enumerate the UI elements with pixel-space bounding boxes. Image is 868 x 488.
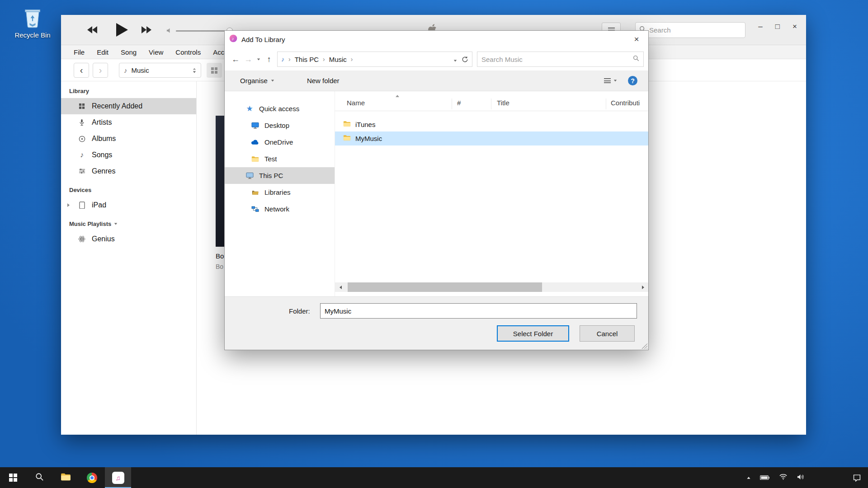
song-note-icon: ♪ xyxy=(76,151,87,159)
column-number[interactable]: # xyxy=(457,99,461,107)
sidebar-item-artists[interactable]: Artists xyxy=(61,114,196,131)
menu-file[interactable]: File xyxy=(74,48,85,56)
tree-item-network[interactable]: Network xyxy=(225,201,335,217)
tree-item-libraries[interactable]: Libraries xyxy=(225,184,335,201)
recycle-bin-icon[interactable] xyxy=(22,22,43,29)
details-view-icon xyxy=(604,77,611,84)
itunes-icon: ♫ xyxy=(112,472,124,484)
play-button[interactable] xyxy=(116,23,128,37)
tree-item-this-pc[interactable]: This PC xyxy=(225,167,335,184)
cancel-button[interactable]: Cancel xyxy=(580,325,635,342)
resize-grip[interactable] xyxy=(642,343,647,349)
nav-up-button[interactable]: ↑ xyxy=(263,55,275,64)
dialog-file-list: Name # Title Contributi iTunes MyMusic xyxy=(335,91,648,296)
change-view-button[interactable] xyxy=(604,77,617,84)
search-icon xyxy=(633,55,639,63)
sidebar-item-genius[interactable]: Genius xyxy=(61,231,196,247)
menu-controls[interactable]: Controls xyxy=(175,48,201,56)
sidebar-header-music-playlists[interactable]: Music Playlists xyxy=(69,221,196,227)
help-button[interactable]: ? xyxy=(628,76,637,85)
sidebar-item-ipad[interactable]: iPad xyxy=(61,197,196,213)
nav-back-button[interactable]: ← xyxy=(229,55,242,64)
hidden-icons-button[interactable] xyxy=(747,477,750,479)
dialog-titlebar: ♪ Add To Library × xyxy=(225,31,648,48)
chrome-button[interactable] xyxy=(79,467,105,488)
address-bar[interactable]: ♪ › This PC › Music › xyxy=(277,52,472,67)
close-button[interactable]: × xyxy=(786,15,803,38)
tree-item-desktop[interactable]: Desktop xyxy=(225,117,335,134)
tree-item-onedrive[interactable]: OneDrive xyxy=(225,134,335,150)
recycle-bin-label: Recycle Bin xyxy=(11,31,54,39)
address-dropdown-icon[interactable] xyxy=(453,56,457,63)
menu-edit[interactable]: Edit xyxy=(97,48,108,56)
itunes-back-button[interactable]: ‹ xyxy=(74,63,89,78)
tree-item-label: Desktop xyxy=(264,122,289,129)
fast-forward-button[interactable] xyxy=(142,26,151,33)
new-folder-button[interactable]: New folder xyxy=(307,77,340,84)
action-center-icon[interactable] xyxy=(853,474,861,482)
desktop-monitor-icon xyxy=(250,122,260,129)
itunes-search-box[interactable] xyxy=(635,22,745,38)
start-button[interactable] xyxy=(0,467,26,488)
battery-icon[interactable] xyxy=(760,474,769,482)
file-row-itunes[interactable]: iTunes xyxy=(335,117,648,131)
tree-item-quick-access[interactable]: ★ Quick access xyxy=(225,100,335,117)
tree-item-label: Network xyxy=(264,205,289,213)
taskbar-search-button[interactable] xyxy=(26,467,52,488)
organise-button[interactable]: Organise xyxy=(240,77,274,84)
folder-label: Folder: xyxy=(289,307,310,315)
folder-input[interactable] xyxy=(320,303,637,319)
chevron-down-icon xyxy=(271,80,274,82)
sidebar-item-label: Recently Added xyxy=(92,102,142,110)
chrome-icon xyxy=(87,473,97,483)
media-picker[interactable]: ♪ Music xyxy=(119,63,201,78)
breadcrumb-this-pc[interactable]: This PC xyxy=(295,56,319,63)
music-note-icon: ♪ xyxy=(281,56,284,63)
recently-added-icon xyxy=(76,103,87,109)
disclosure-arrow-icon[interactable] xyxy=(67,203,70,207)
wifi-icon[interactable] xyxy=(779,474,788,482)
itunes-search-input[interactable] xyxy=(649,26,741,34)
sidebar-item-genres[interactable]: Genres xyxy=(61,163,196,179)
itunes-taskbar-button[interactable]: ♫ xyxy=(105,467,131,488)
file-explorer-button[interactable] xyxy=(52,467,79,488)
select-folder-button[interactable]: Select Folder xyxy=(497,325,569,342)
column-contributing[interactable]: Contributi xyxy=(611,99,640,107)
grid-icon xyxy=(211,67,217,74)
scroll-track[interactable] xyxy=(346,282,637,292)
sidebar-item-recently-added[interactable]: Recently Added xyxy=(61,98,196,114)
volume-tray-icon[interactable] xyxy=(797,474,805,482)
tree-item-test[interactable]: Test xyxy=(225,150,335,167)
tree-item-label: Libraries xyxy=(264,188,291,196)
refresh-button[interactable] xyxy=(462,56,468,63)
dialog-search-box[interactable] xyxy=(477,52,644,67)
sidebar-item-songs[interactable]: ♪ Songs xyxy=(61,147,196,163)
column-title[interactable]: Title xyxy=(497,99,509,107)
dialog-search-input[interactable] xyxy=(481,56,633,63)
scroll-right-button[interactable] xyxy=(637,282,648,292)
sidebar-header-devices: Devices xyxy=(69,187,196,193)
nav-history-dropdown[interactable] xyxy=(255,58,263,61)
dialog-close-button[interactable]: × xyxy=(625,31,648,48)
sidebar-item-albums[interactable]: Albums xyxy=(61,131,196,147)
breadcrumb-music[interactable]: Music xyxy=(329,56,347,63)
maximize-button[interactable]: □ xyxy=(769,15,786,38)
file-row-mymusic[interactable]: MyMusic xyxy=(335,131,648,145)
minimize-button[interactable]: – xyxy=(752,15,769,38)
breadcrumb-separator: › xyxy=(323,56,325,63)
horizontal-scrollbar[interactable] xyxy=(335,282,648,292)
view-grid-button[interactable] xyxy=(207,63,222,78)
itunes-forward-button[interactable]: › xyxy=(93,63,108,78)
sidebar-header-label: Music Playlists xyxy=(69,221,111,227)
rewind-button[interactable] xyxy=(87,26,97,33)
folder-icon xyxy=(250,156,260,162)
menu-song[interactable]: Song xyxy=(121,48,137,56)
scroll-thumb[interactable] xyxy=(348,282,542,292)
scroll-left-button[interactable] xyxy=(335,282,346,292)
chevron-down-icon xyxy=(114,223,117,225)
menu-view[interactable]: View xyxy=(149,48,163,56)
recycle-bin[interactable]: Recycle Bin xyxy=(11,5,54,39)
column-name[interactable]: Name xyxy=(347,99,365,107)
nav-forward-button[interactable]: → xyxy=(242,55,255,64)
picker-carets-icon xyxy=(193,68,196,73)
